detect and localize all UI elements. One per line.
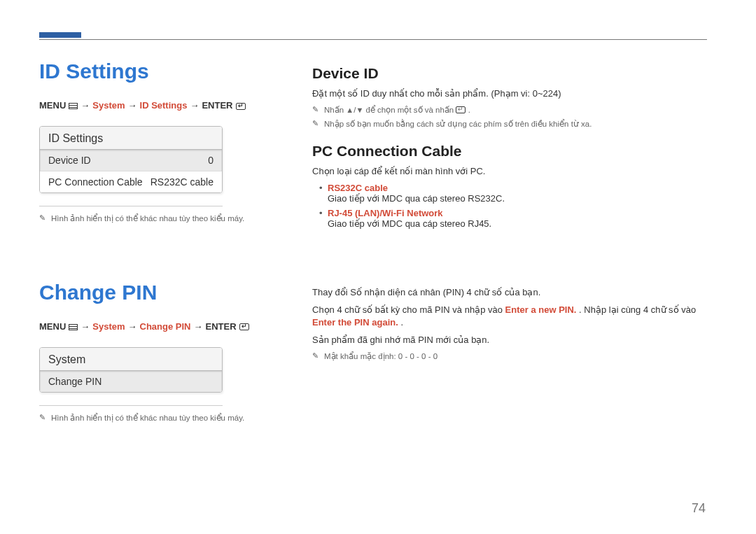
breadcrumb-menu: MENU bbox=[39, 321, 66, 332]
note-text: Nhấn ▲/▼ để chọn một số và nhấn . bbox=[324, 105, 470, 115]
id-settings-block: ID Settings MENU → System → ID Settings … bbox=[39, 59, 707, 241]
bullet-title: RS232C cable bbox=[328, 183, 388, 193]
note-icon: ✎ bbox=[39, 213, 46, 223]
arrow-icon: → bbox=[128, 321, 137, 332]
device-id-description: Đặt một số ID duy nhất cho mỗi sản phẩm.… bbox=[312, 87, 707, 101]
footnote-text: Hình ảnh hiển thị có thể khác nhau tùy t… bbox=[51, 213, 244, 223]
breadcrumb-changepin: Change PIN bbox=[140, 321, 191, 332]
device-id-note1: ✎ Nhấn ▲/▼ để chọn một số và nhấn . bbox=[312, 105, 707, 115]
top-rule bbox=[39, 39, 707, 40]
footnote: ✎ Hình ảnh hiển thị có thể khác nhau tùy… bbox=[39, 213, 277, 223]
change-pin-title: Change PIN bbox=[39, 281, 277, 304]
arrow-icon: → bbox=[194, 321, 203, 332]
device-id-value: 0 bbox=[208, 155, 214, 166]
t: Nhấn bbox=[324, 106, 346, 114]
enter-new-pin-label: Enter a new PIN. bbox=[505, 304, 577, 315]
arrow-icon: → bbox=[128, 100, 137, 111]
id-settings-title: ID Settings bbox=[39, 59, 277, 83]
row-label: Change PIN bbox=[48, 376, 102, 387]
change-pin-breadcrumb: MENU → System → Change PIN → ENTER bbox=[39, 321, 277, 332]
footnote: ✎ Hình ảnh hiển thị có thể khác nhau tùy… bbox=[39, 413, 277, 423]
arrow-icon: → bbox=[190, 100, 199, 111]
panel-header: ID Settings bbox=[40, 127, 222, 150]
cp-default-note: ✎ Mật khẩu mặc định: 0 - 0 - 0 - 0 bbox=[312, 351, 707, 361]
note-icon: ✎ bbox=[312, 351, 318, 361]
device-id-label: Device ID bbox=[48, 155, 91, 166]
bullet-rj45: RJ-45 (LAN)/Wi-Fi Network Giao tiếp với … bbox=[319, 208, 707, 229]
cp-line2: Chọn 4 chữ số bất kỳ cho mã PIN và nhập … bbox=[312, 304, 707, 330]
menu-icon bbox=[69, 103, 78, 109]
arrow-icon: → bbox=[80, 100, 90, 111]
breadcrumb-idsettings: ID Settings bbox=[140, 100, 188, 111]
pc-cable-value: RS232C cable bbox=[150, 176, 214, 188]
t: . bbox=[400, 317, 403, 328]
t: để chọn một số và nhấn bbox=[365, 106, 456, 114]
enter-pin-again-label: Enter the PIN again. bbox=[312, 317, 398, 328]
bullet-body: Giao tiếp với MDC qua cáp stereo RS232C. bbox=[328, 193, 505, 204]
footnote-text: Hình ảnh hiển thị có thể khác nhau tùy t… bbox=[51, 413, 244, 423]
note-text: Mật khẩu mặc định: 0 - 0 - 0 - 0 bbox=[324, 351, 438, 361]
panel-header: System bbox=[40, 348, 222, 371]
change-pin-panel: System Change PIN bbox=[39, 347, 223, 393]
pc-cable-row[interactable]: PC Connection Cable RS232C cable bbox=[40, 171, 222, 192]
breadcrumb-enter: ENTER bbox=[202, 100, 232, 111]
bullet-rs232c: RS232C cable Giao tiếp với MDC qua cáp s… bbox=[319, 183, 707, 204]
change-pin-row[interactable]: Change PIN bbox=[40, 371, 222, 392]
cp-line1: Thay đổi Số nhận diện cá nhân (PIN) 4 ch… bbox=[312, 286, 707, 300]
device-id-heading: Device ID bbox=[312, 65, 707, 82]
down-icon: ▼ bbox=[356, 106, 363, 114]
note-icon: ✎ bbox=[39, 413, 46, 423]
breadcrumb-system: System bbox=[92, 321, 125, 332]
enter-icon bbox=[239, 323, 249, 330]
menu-icon bbox=[69, 324, 78, 330]
enter-icon bbox=[456, 106, 465, 113]
pc-cable-description: Chọn loại cáp để kết nối màn hình với PC… bbox=[312, 165, 707, 178]
breadcrumb-enter: ENTER bbox=[206, 321, 237, 332]
t: . bbox=[468, 106, 470, 114]
section-accent-bar bbox=[39, 32, 81, 38]
bullet-body: Giao tiếp với MDC qua cáp stereo RJ45. bbox=[328, 218, 491, 229]
device-id-note2: ✎ Nhập số bạn muốn bằng cách sử dụng các… bbox=[312, 119, 707, 129]
pc-cable-label: PC Connection Cable bbox=[48, 176, 143, 188]
arrow-icon: → bbox=[80, 321, 90, 332]
separator bbox=[39, 405, 223, 406]
t: Chọn 4 chữ số bất kỳ cho mã PIN và nhập … bbox=[312, 304, 505, 315]
note-icon: ✎ bbox=[312, 105, 318, 115]
note-icon: ✎ bbox=[312, 119, 318, 129]
id-settings-breadcrumb: MENU → System → ID Settings → ENTER bbox=[39, 100, 277, 111]
change-pin-block: Change PIN MENU → System → Change PIN → … bbox=[39, 281, 707, 427]
note-text: Nhập số bạn muốn bằng cách sử dụng các p… bbox=[324, 119, 592, 129]
up-icon: ▲ bbox=[346, 106, 354, 114]
pc-cable-bullets: RS232C cable Giao tiếp với MDC qua cáp s… bbox=[312, 183, 707, 229]
pc-cable-heading: PC Connection Cable bbox=[312, 143, 707, 160]
cp-line3: Sản phẩm đã ghi nhớ mã PIN mới của bạn. bbox=[312, 334, 707, 347]
enter-icon bbox=[236, 103, 246, 110]
t: . Nhập lại cùng 4 chữ số vào bbox=[579, 304, 696, 315]
breadcrumb-menu: MENU bbox=[39, 100, 66, 111]
separator bbox=[39, 206, 223, 206]
device-id-row[interactable]: Device ID 0 bbox=[40, 150, 222, 171]
id-settings-panel: ID Settings Device ID 0 PC Connection Ca… bbox=[39, 126, 223, 193]
breadcrumb-system: System bbox=[92, 100, 125, 111]
bullet-title: RJ-45 (LAN)/Wi-Fi Network bbox=[328, 208, 443, 218]
page-number: 74 bbox=[692, 501, 706, 516]
